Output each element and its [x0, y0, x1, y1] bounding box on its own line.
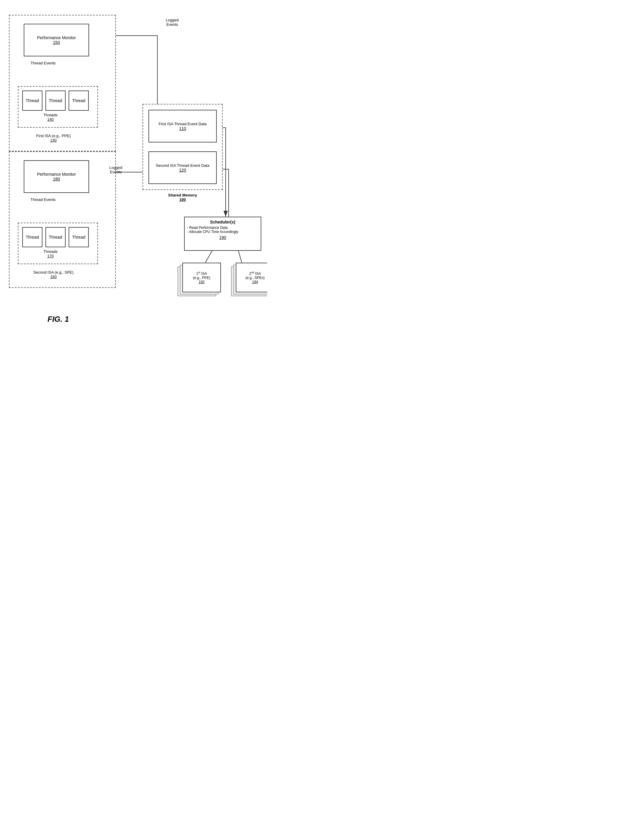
thread-5-box: Thread	[45, 227, 66, 247]
performance-monitor-180-id: 180	[53, 176, 60, 181]
thread-events-label-2: Thread Events	[25, 198, 61, 202]
thread-events-label-1: Thread Events	[25, 61, 61, 65]
fig-label: FIG. 1	[48, 315, 69, 324]
shared-memory-label: Shared Memory 100	[146, 193, 220, 202]
first-isa-thread-event-data-box: First ISA Thread Event Data 110	[149, 110, 217, 142]
threads-140-label: Threads 140	[30, 113, 71, 122]
scheduler-label: Scheduler(s)	[187, 220, 258, 224]
first-isa-192-id: 192	[199, 280, 205, 284]
first-isa-192-front: 1st ISA (e.g., PPE) 192	[182, 263, 221, 293]
second-isa-ted-id: 120	[179, 168, 186, 172]
logged-events-top-label: Logged Events	[157, 18, 187, 27]
performance-monitor-150-box: Performance Monitor 150	[24, 24, 89, 57]
first-isa-192-label: 1st ISA (e.g., PPE)	[193, 271, 210, 280]
thread-5-label: Thread	[49, 235, 62, 239]
thread-6-box: Thread	[69, 227, 89, 247]
thread-4-box: Thread	[22, 227, 43, 247]
second-isa-thread-event-data-box: Second ISA Thread Event Data 120	[149, 152, 217, 184]
first-isa-ted-label: First ISA Thread Event Data	[159, 122, 207, 126]
thread-4-label: Thread	[26, 235, 39, 239]
second-isa-194-label: 2nd ISA (e.g., SPEs)	[245, 271, 265, 280]
scheduler-bullet-1: - Read Performance Data	[187, 225, 228, 230]
first-isa-ted-id: 110	[179, 126, 186, 131]
scheduler-box: Scheduler(s) - Read Performance Data - A…	[184, 217, 261, 251]
scheduler-bullet-2: - Allocate CPU Time Accordingly	[187, 230, 238, 234]
thread-6-label: Thread	[72, 235, 85, 239]
performance-monitor-150-label: Performance Monitor	[37, 35, 76, 40]
second-isa-ted-label: Second ISA Thread Event Data	[156, 163, 209, 168]
performance-monitor-180-label: Performance Monitor	[37, 172, 76, 176]
thread-3-box: Thread	[69, 90, 89, 111]
logged-events-mid-label: Logged Events	[101, 165, 130, 174]
performance-monitor-150-id: 150	[53, 40, 60, 45]
second-isa-194-front: 2nd ISA (e.g., SPEs) 194	[236, 263, 267, 293]
first-isa-130-label: First ISA (e.g., PPE) 130	[18, 133, 89, 142]
diagram-container: Performance Monitor 150 Thread Events Th…	[0, 0, 267, 339]
second-isa-194-id: 194	[252, 280, 258, 284]
logged-events-1: Logged	[157, 18, 187, 22]
scheduler-id: 190	[187, 235, 258, 240]
threads-170-label: Threads 170	[30, 249, 71, 258]
performance-monitor-180-box: Performance Monitor 180	[24, 160, 89, 193]
thread-2-box: Thread	[45, 90, 66, 111]
thread-1-label: Thread	[26, 98, 39, 103]
thread-3-label: Thread	[72, 98, 85, 103]
thread-1-box: Thread	[22, 90, 43, 111]
thread-2-label: Thread	[49, 98, 62, 103]
second-isa-160-label: Second ISA (e.g., SPE) 160	[18, 270, 89, 279]
